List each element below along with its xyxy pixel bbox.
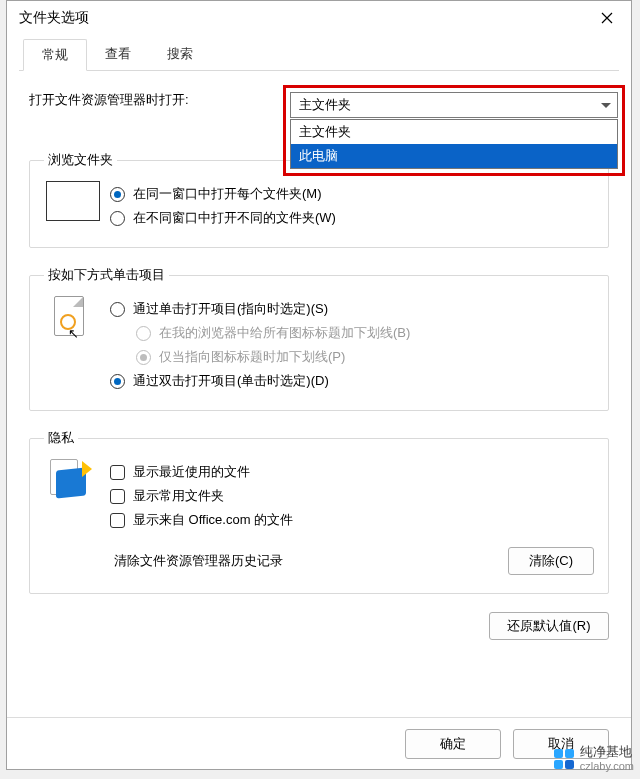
radio-diff-window-label: 在不同窗口中打开不同的文件夹(W) bbox=[133, 209, 336, 227]
clear-button[interactable]: 清除(C) bbox=[508, 547, 594, 575]
radio-underline-point bbox=[136, 350, 151, 365]
radio-same-window[interactable] bbox=[110, 187, 125, 202]
check-office-label: 显示来自 Office.com 的文件 bbox=[133, 511, 293, 529]
check-office-row[interactable]: 显示来自 Office.com 的文件 bbox=[110, 511, 594, 529]
tab-view[interactable]: 查看 bbox=[87, 39, 149, 70]
dialog-footer: 确定 取消 bbox=[7, 717, 631, 769]
watermark: 纯净基地 czlaby.com bbox=[554, 745, 634, 773]
ok-button[interactable]: 确定 bbox=[405, 729, 501, 759]
clear-history-label: 清除文件资源管理器历史记录 bbox=[114, 552, 283, 570]
radio-underline-all-row: 在我的浏览器中给所有图标标题加下划线(B) bbox=[136, 324, 594, 342]
group-click-legend: 按如下方式单击项目 bbox=[44, 266, 169, 284]
check-frequent-label: 显示常用文件夹 bbox=[133, 487, 224, 505]
dropdown-option-thispc[interactable]: 此电脑 bbox=[291, 144, 617, 168]
group-click-items: 按如下方式单击项目 ↖ 通过单击打开项目(指向时选定)(S) 在我的浏览器中给所… bbox=[29, 266, 609, 411]
tab-general[interactable]: 常规 bbox=[23, 39, 87, 71]
restore-row: 还原默认值(R) bbox=[29, 612, 609, 640]
open-explorer-row: 打开文件资源管理器时打开: 主文件夹 主文件夹 此电脑 bbox=[29, 91, 609, 109]
chevron-down-icon bbox=[601, 103, 611, 108]
click-preview-icon: ↖ bbox=[54, 296, 88, 338]
watermark-name: 纯净基地 bbox=[580, 745, 634, 760]
check-frequent[interactable] bbox=[110, 489, 125, 504]
open-explorer-dropdown[interactable]: 主文件夹 bbox=[290, 92, 618, 118]
check-office[interactable] bbox=[110, 513, 125, 528]
radio-single-click-label: 通过单击打开项目(指向时选定)(S) bbox=[133, 300, 328, 318]
check-recent-label: 显示最近使用的文件 bbox=[133, 463, 250, 481]
radio-double-click[interactable] bbox=[110, 374, 125, 389]
radio-underline-all-label: 在我的浏览器中给所有图标标题加下划线(B) bbox=[159, 324, 410, 342]
watermark-url: czlaby.com bbox=[580, 760, 634, 773]
check-recent[interactable] bbox=[110, 465, 125, 480]
group-privacy-legend: 隐私 bbox=[44, 429, 78, 447]
tab-strip: 常规 查看 搜索 bbox=[19, 39, 619, 71]
dropdown-selected: 主文件夹 bbox=[299, 96, 351, 114]
group-privacy: 隐私 显示最近使用的文件 显示常用文件夹 显示来自 bbox=[29, 429, 609, 594]
radio-same-window-row[interactable]: 在同一窗口中打开每个文件夹(M) bbox=[110, 185, 594, 203]
radio-double-click-row[interactable]: 通过双击打开项目(单击时选定)(D) bbox=[110, 372, 594, 390]
radio-single-click-row[interactable]: 通过单击打开项目(指向时选定)(S) bbox=[110, 300, 594, 318]
radio-underline-all bbox=[136, 326, 151, 341]
close-icon bbox=[601, 12, 613, 24]
browse-preview-icon bbox=[46, 181, 100, 221]
title-bar: 文件夹选项 bbox=[7, 1, 631, 35]
dropdown-list: 主文件夹 此电脑 bbox=[290, 119, 618, 169]
open-explorer-label: 打开文件资源管理器时打开: bbox=[29, 91, 189, 109]
close-button[interactable] bbox=[585, 3, 629, 33]
radio-underline-point-row: 仅当指向图标标题时加下划线(P) bbox=[136, 348, 594, 366]
privacy-icon bbox=[50, 457, 90, 501]
radio-diff-window[interactable] bbox=[110, 211, 125, 226]
folder-options-dialog: 文件夹选项 常规 查看 搜索 打开文件资源管理器时打开: 主文件夹 主文件夹 此… bbox=[6, 0, 632, 770]
dropdown-option-home[interactable]: 主文件夹 bbox=[291, 120, 617, 144]
radio-single-click[interactable] bbox=[110, 302, 125, 317]
check-frequent-row[interactable]: 显示常用文件夹 bbox=[110, 487, 594, 505]
tab-content: 打开文件资源管理器时打开: 主文件夹 主文件夹 此电脑 浏览文件夹 bbox=[7, 71, 631, 650]
dialog-title: 文件夹选项 bbox=[19, 9, 89, 27]
radio-diff-window-row[interactable]: 在不同窗口中打开不同的文件夹(W) bbox=[110, 209, 594, 227]
clear-history-row: 清除文件资源管理器历史记录 清除(C) bbox=[114, 547, 594, 575]
group-browse-legend: 浏览文件夹 bbox=[44, 151, 117, 169]
radio-underline-point-label: 仅当指向图标标题时加下划线(P) bbox=[159, 348, 345, 366]
radio-double-click-label: 通过双击打开项目(单击时选定)(D) bbox=[133, 372, 329, 390]
check-recent-row[interactable]: 显示最近使用的文件 bbox=[110, 463, 594, 481]
radio-same-window-label: 在同一窗口中打开每个文件夹(M) bbox=[133, 185, 322, 203]
watermark-logo-icon bbox=[554, 749, 574, 769]
open-explorer-highlight: 主文件夹 主文件夹 此电脑 bbox=[283, 85, 625, 176]
restore-defaults-button[interactable]: 还原默认值(R) bbox=[489, 612, 609, 640]
tab-search[interactable]: 搜索 bbox=[149, 39, 211, 70]
